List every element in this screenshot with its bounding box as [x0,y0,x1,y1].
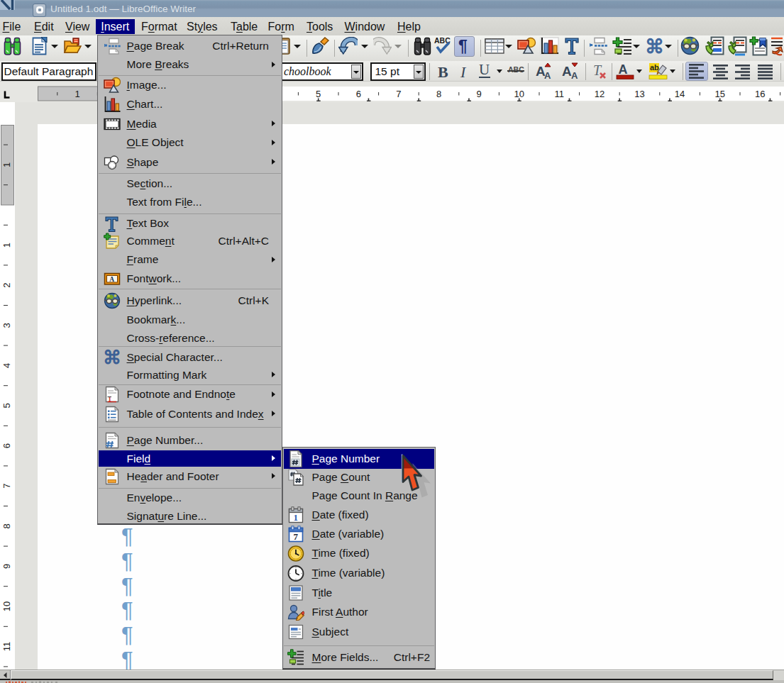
svg-text:A: A [562,64,572,79]
svg-text:10: 10 [1,601,12,611]
svg-text:8: 8 [1,523,12,528]
svg-text:6: 6 [356,89,361,99]
svg-text:13: 13 [634,89,644,99]
svg-text:A: A [571,70,578,80]
svg-text:15: 15 [714,89,724,99]
svg-text:1: 1 [1,162,12,167]
svg-text:3: 3 [1,323,12,328]
svg-text:11: 11 [555,89,565,99]
svg-text:A: A [619,62,628,77]
svg-text:10: 10 [514,89,524,99]
svg-text:9: 9 [476,89,481,99]
svg-text:16: 16 [755,89,765,99]
svg-text:ab: ab [650,63,659,72]
svg-text:A: A [109,276,114,283]
svg-text:7: 7 [396,89,401,99]
svg-text:4: 4 [1,363,12,368]
svg-text:7: 7 [1,484,12,489]
svg-text:⌘: ⌘ [104,349,121,366]
svg-text:12: 12 [595,89,604,99]
svg-text:7: 7 [294,531,299,542]
svg-text:⌘: ⌘ [645,37,663,55]
svg-text:1: 1 [1,243,12,248]
svg-text:A: A [544,70,551,80]
svg-text:5: 5 [1,403,12,408]
svg-text:6: 6 [1,443,12,448]
svg-text:14: 14 [675,89,685,99]
svg-text:5: 5 [316,89,321,99]
svg-text:T: T [593,62,602,78]
svg-text:9: 9 [1,564,12,569]
svg-text:2: 2 [1,283,12,288]
svg-text:1: 1 [74,89,79,99]
svg-text:8: 8 [436,89,441,99]
svg-text:11: 11 [1,642,12,652]
svg-text:1: 1 [294,512,299,523]
